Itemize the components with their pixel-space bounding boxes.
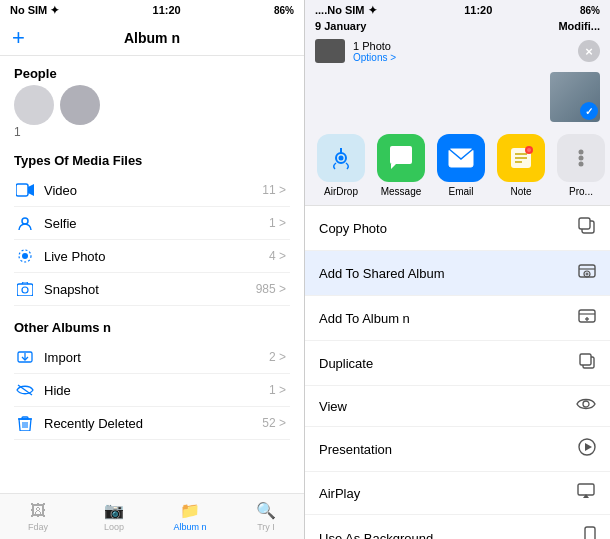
import-icon <box>14 348 36 366</box>
copy-photo-icon <box>578 217 596 239</box>
snapshot-count: 985 > <box>256 282 286 296</box>
battery-left: 86% <box>274 5 294 16</box>
other-section-title: Other Albums n <box>14 320 290 335</box>
action-copy-photo[interactable]: Copy Photo <box>305 206 610 251</box>
checkmark-icon: ✓ <box>585 106 593 117</box>
person-avatar-2 <box>60 85 100 125</box>
presentation-label: Presentation <box>319 442 392 457</box>
svg-point-13 <box>339 156 344 161</box>
share-app-note[interactable]: Note <box>495 134 547 197</box>
svg-point-3 <box>22 253 28 259</box>
svg-marker-1 <box>28 184 34 196</box>
people-section: People 1 <box>0 56 304 143</box>
share-app-email[interactable]: Email <box>435 134 487 197</box>
right-panel: ....No SIM ✦ 11:20 86% 9 January Modifi.… <box>305 0 610 539</box>
tab-album[interactable]: 📁 Album n <box>152 494 228 539</box>
media-item-recently-deleted[interactable]: Recently Deleted 52 > <box>14 407 290 440</box>
options-label[interactable]: Options > <box>353 52 396 63</box>
loop-tab-label: Loop <box>104 522 124 532</box>
tab-photos[interactable]: 🖼 Fday <box>0 494 76 539</box>
hide-icon <box>14 381 36 399</box>
message-icon <box>377 134 425 182</box>
livephoto-count: 4 > <box>269 249 286 263</box>
share-app-more[interactable]: Pro... <box>555 134 607 197</box>
svg-point-6 <box>22 287 28 293</box>
photos-tab-label: Fday <box>28 522 48 532</box>
video-label: Video <box>44 183 262 198</box>
action-add-to-album[interactable]: Add To Album n <box>305 296 610 341</box>
hide-label: Hide <box>44 383 269 398</box>
media-item-livephoto[interactable]: Live Photo 4 > <box>14 240 290 273</box>
action-list: Copy Photo Add To Shared Album <box>305 205 610 539</box>
other-section: Other Albums n Import 2 > <box>0 310 304 444</box>
svg-rect-40 <box>585 527 595 539</box>
livephoto-icon <box>14 247 36 265</box>
try-tab-label: Try I <box>257 522 275 532</box>
tab-bar-left: 🖼 Fday 📷 Loop 📁 Album n 🔍 Try I <box>0 493 304 539</box>
svg-rect-5 <box>17 284 33 296</box>
more-icon <box>557 134 605 182</box>
media-section-title: Types Of Media Files <box>14 153 290 168</box>
svg-rect-0 <box>16 184 28 196</box>
close-button[interactable]: × <box>578 40 600 62</box>
carrier-right: ....No SIM ✦ <box>315 4 377 17</box>
media-item-selfie[interactable]: Selfie 1 > <box>14 207 290 240</box>
action-view[interactable]: View <box>305 386 610 427</box>
svg-point-21 <box>579 150 584 155</box>
video-count: 11 > <box>262 183 286 197</box>
copy-photo-label: Copy Photo <box>319 221 387 236</box>
selfie-icon <box>14 214 36 232</box>
media-item-hide[interactable]: Hide 1 > <box>14 374 290 407</box>
album-tab-icon: 📁 <box>180 501 200 520</box>
album-title: Album n <box>124 30 180 46</box>
action-presentation[interactable]: Presentation <box>305 427 610 472</box>
media-item-import[interactable]: Import 2 > <box>14 341 290 374</box>
email-icon <box>437 134 485 182</box>
livephoto-label: Live Photo <box>44 249 269 264</box>
photo-count: 1 Photo <box>353 40 396 52</box>
media-item-video[interactable]: Video 11 > <box>14 174 290 207</box>
share-app-airdrop[interactable]: AirDrop <box>315 134 367 197</box>
left-panel: No SIM ✦ 11:20 86% + Album n People 1 Ty… <box>0 0 305 539</box>
date-label: 9 January <box>315 20 366 32</box>
person-avatar-1 <box>14 85 54 125</box>
presentation-icon <box>578 438 596 460</box>
use-as-background-label: Use As Background <box>319 531 433 540</box>
duplicate-label: Duplicate <box>319 356 373 371</box>
airdrop-icon <box>317 134 365 182</box>
share-actions: AirDrop Message Email <box>305 126 610 205</box>
add-to-album-icon <box>578 307 596 329</box>
add-button[interactable]: + <box>12 25 25 51</box>
tab-loop[interactable]: 📷 Loop <box>76 494 152 539</box>
airplay-icon <box>576 483 596 503</box>
media-section: Types Of Media Files Video 11 > <box>0 143 304 310</box>
svg-marker-37 <box>585 443 592 451</box>
people-title: People <box>14 66 290 81</box>
share-header: 1 Photo Options > × <box>305 34 610 68</box>
share-app-message[interactable]: Message <box>375 134 427 197</box>
status-bar-right: ....No SIM ✦ 11:20 86% <box>305 0 610 20</box>
svg-point-35 <box>583 401 589 407</box>
status-bar-left: No SIM ✦ 11:20 86% <box>0 0 304 20</box>
album-tab-label: Album n <box>173 522 206 532</box>
airdrop-label: AirDrop <box>324 186 358 197</box>
tab-try[interactable]: 🔍 Try I <box>228 494 304 539</box>
duplicate-icon <box>578 352 596 374</box>
svg-point-2 <box>22 218 28 224</box>
action-duplicate[interactable]: Duplicate <box>305 341 610 386</box>
date-right-label: Modifi... <box>558 20 600 32</box>
svg-rect-34 <box>580 354 591 365</box>
recently-deleted-label: Recently Deleted <box>44 416 262 431</box>
view-label: View <box>319 399 347 414</box>
more-label: Pro... <box>569 186 593 197</box>
recently-deleted-count: 52 > <box>262 416 286 430</box>
action-use-as-background[interactable]: Use As Background <box>305 515 610 539</box>
left-content: People 1 Types Of Media Files Video 11 > <box>0 56 304 493</box>
note-icon <box>497 134 545 182</box>
media-item-snapshot[interactable]: Snapshot 985 > <box>14 273 290 306</box>
selected-check: ✓ <box>580 102 598 120</box>
action-airplay[interactable]: AirPlay <box>305 472 610 515</box>
battery-right: 86% <box>580 5 600 16</box>
action-add-shared-album[interactable]: Add To Shared Album <box>305 251 610 296</box>
add-to-album-label: Add To Album n <box>319 311 410 326</box>
